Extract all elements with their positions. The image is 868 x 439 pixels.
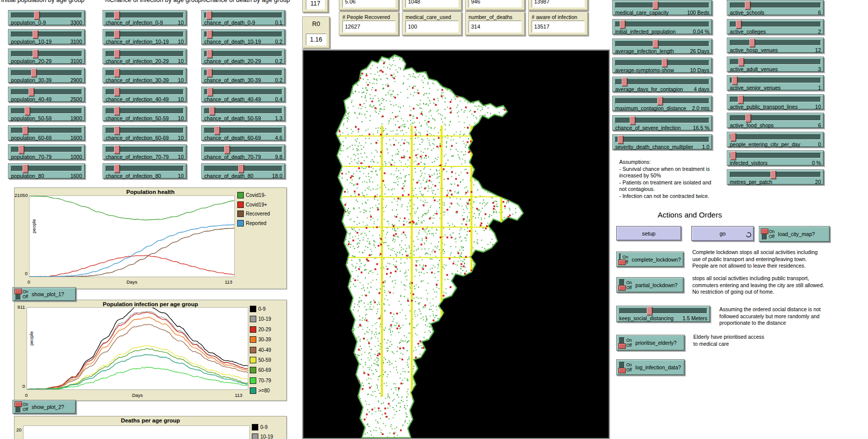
toggle-complete-lockdown[interactable]: OnOff complete_lockdown? <box>616 252 684 267</box>
toggle-knob[interactable] <box>618 285 626 291</box>
slider-track[interactable] <box>11 147 82 152</box>
slider[interactable]: active_senior_venues1 <box>727 75 824 91</box>
slider[interactable]: population_801600 <box>8 163 85 179</box>
slider[interactable]: active_schools6 <box>727 0 824 16</box>
slider-track[interactable] <box>204 70 282 76</box>
slider-thumb[interactable] <box>653 1 658 10</box>
slider-thumb[interactable] <box>114 69 120 77</box>
slider-track[interactable] <box>204 89 282 95</box>
slider-track[interactable] <box>204 32 282 37</box>
slider[interactable]: population_20-293100 <box>8 49 85 64</box>
slider-thumb[interactable] <box>653 40 658 48</box>
slider-thumb[interactable] <box>662 59 667 67</box>
setup-button[interactable]: setup <box>616 226 681 241</box>
slider-thumb[interactable] <box>657 97 663 105</box>
slider-track[interactable] <box>204 147 282 152</box>
slider-track[interactable] <box>730 78 821 83</box>
slider[interactable]: chance_of_infection_60-6910 <box>103 125 187 141</box>
slider-thumb[interactable] <box>745 1 750 10</box>
slider[interactable]: chance_of_infection_8010 <box>103 163 187 179</box>
slider[interactable]: chance_of_infection_70-7910 <box>103 144 187 160</box>
slider[interactable]: chance_of_death_10-190.2 <box>201 29 285 45</box>
slider-thumb[interactable] <box>630 116 635 125</box>
toggle-knob[interactable] <box>15 401 22 407</box>
slider-thumb[interactable] <box>618 135 623 144</box>
slider-thumb[interactable] <box>736 20 741 29</box>
toggle-knob[interactable] <box>15 289 22 294</box>
slider-thumb[interactable] <box>745 114 751 122</box>
toggle-knob[interactable] <box>761 229 768 234</box>
toggle-track[interactable] <box>16 401 21 413</box>
slider[interactable]: people_entering_city_per_day0 <box>727 132 824 147</box>
slider-thumb[interactable] <box>620 20 625 29</box>
slider[interactable]: active_public_transport_lines10 <box>727 94 824 110</box>
slider-track[interactable] <box>11 128 82 133</box>
slider-track[interactable] <box>730 115 821 121</box>
slider-thumb[interactable] <box>114 30 120 39</box>
slider-track[interactable] <box>11 13 82 18</box>
slider[interactable]: chance_of_infection_40-4910 <box>103 87 187 102</box>
slider-track[interactable] <box>204 51 282 57</box>
slider[interactable]: chance_of_infection_30-3910 <box>103 68 187 83</box>
slider-thumb[interactable] <box>206 11 212 20</box>
toggle-knob[interactable] <box>618 343 626 349</box>
toggle-track[interactable] <box>762 229 767 240</box>
toggle-track[interactable] <box>16 289 21 300</box>
slider-thumb[interactable] <box>749 39 755 47</box>
slider-thumb[interactable] <box>738 95 743 104</box>
slider-track[interactable] <box>730 40 821 46</box>
slider-track[interactable] <box>204 108 282 114</box>
slider-thumb[interactable] <box>207 69 212 77</box>
slider-thumb[interactable] <box>207 88 213 96</box>
slider[interactable]: active_adult_venues3 <box>727 57 824 72</box>
slider-thumb[interactable] <box>34 11 40 20</box>
slider[interactable]: population_10-193100 <box>8 29 85 45</box>
slider[interactable]: initial_infected_population0.04 % <box>612 19 712 35</box>
slider-thumb[interactable] <box>730 133 736 141</box>
toggle-load-city-map[interactable]: OnOff load_city_map? <box>759 226 830 242</box>
slider-track[interactable] <box>730 97 821 102</box>
slider-thumb[interactable] <box>33 50 38 58</box>
slider-thumb[interactable] <box>738 58 744 66</box>
slider[interactable]: maximum_contagion_distance2.0 mts <box>612 96 712 111</box>
slider-thumb[interactable] <box>214 126 220 135</box>
slider[interactable]: population_50-591900 <box>8 106 85 121</box>
slider-track[interactable] <box>11 89 82 95</box>
slider-track[interactable] <box>730 22 821 27</box>
slider[interactable]: population_70-791000 <box>8 144 85 160</box>
slider[interactable]: population_0-93300 <box>8 10 85 26</box>
slider-thumb[interactable] <box>622 78 627 86</box>
slider-track[interactable] <box>619 308 707 314</box>
slider[interactable]: average_days_for_contagion4 days <box>612 77 712 92</box>
slider-track[interactable] <box>730 153 821 158</box>
slider-thumb[interactable] <box>209 107 215 115</box>
slider-thumb[interactable] <box>31 69 37 77</box>
slider[interactable]: chance_of_death_20-290.2 <box>201 49 285 64</box>
slider-track[interactable] <box>11 108 82 114</box>
slider[interactable]: chance_of_death_50-591.3 <box>201 106 285 121</box>
toggle-track[interactable] <box>619 337 625 349</box>
toggle-partial-lockdown[interactable]: OnOff partial_lockdown? <box>616 277 684 293</box>
slider[interactable]: chance_of_death_30-390.2 <box>201 68 285 83</box>
slider[interactable]: chance_of_death_8018.0 <box>201 163 285 179</box>
slider-track[interactable] <box>615 41 709 47</box>
toggle-show-plot-1[interactable]: OnOff show_plot_1? <box>13 287 76 301</box>
slider[interactable]: chance_of_infection_10-1910 <box>103 29 187 45</box>
slider-track[interactable] <box>106 147 184 152</box>
slider-thumb[interactable] <box>19 145 24 154</box>
slider-thumb[interactable] <box>732 76 737 85</box>
slider-track[interactable] <box>615 137 709 142</box>
slider-thumb[interactable] <box>114 88 120 96</box>
slider[interactable]: population_60-691600 <box>8 125 85 141</box>
slider-thumb[interactable] <box>25 107 30 115</box>
slider-thumb[interactable] <box>238 164 244 173</box>
slider[interactable]: active_hosp_venues12 <box>727 38 824 53</box>
slider-track[interactable] <box>615 118 709 123</box>
slider-track[interactable] <box>204 128 282 133</box>
toggle-show-plot-2[interactable]: OnOff show_plot_2? <box>13 400 76 414</box>
toggle-track[interactable] <box>619 254 621 265</box>
slider-thumb[interactable] <box>114 145 120 154</box>
slider-track[interactable] <box>615 3 709 8</box>
slider-thumb[interactable] <box>207 30 212 39</box>
slider-thumb[interactable] <box>647 307 652 315</box>
